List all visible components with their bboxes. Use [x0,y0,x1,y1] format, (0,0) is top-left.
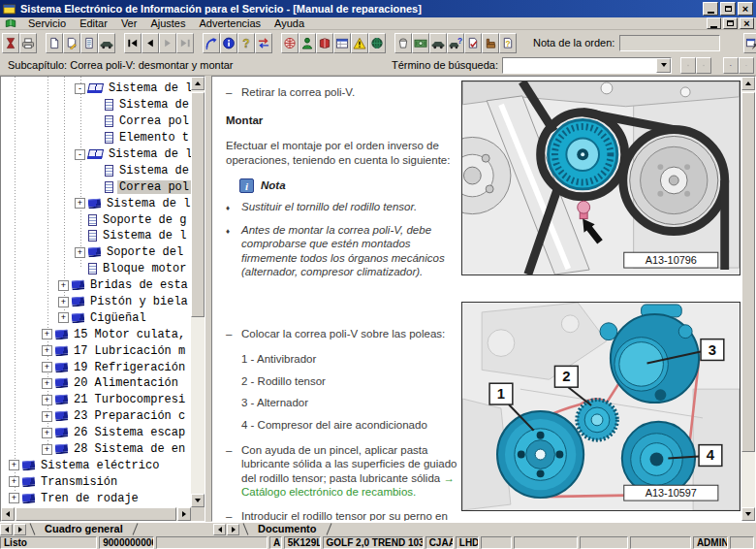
tree-expand-toggle[interactable]: + [42,329,52,339]
tree-item-label[interactable]: Transmisión [39,475,119,489]
tree-expand-toggle[interactable]: + [42,345,52,356]
print-button[interactable] [19,33,37,53]
menu-ajustes[interactable]: Ajustes [143,17,192,29]
tree-item-label[interactable]: Sistema de l [105,197,191,210]
search-button[interactable] [680,57,696,74]
tree-item-label[interactable]: Tren de rodaje [39,492,141,505]
tree-item-label[interactable]: Soporte de g [101,213,188,227]
parts-button[interactable] [281,33,299,53]
tree-expand-toggle[interactable]: + [42,378,52,389]
tree-item[interactable]: +17 Lubricación m [1,342,191,359]
child-close-icon[interactable]: × [740,17,754,29]
bucket-button[interactable] [394,33,412,53]
order-window-button[interactable] [743,33,756,53]
tree-item-label[interactable]: 15 Motor culata, [72,328,187,341]
tree-item-label[interactable]: 19 Refrigeración [72,361,187,374]
menu-ver[interactable]: Ver [114,17,144,29]
tree-horizontal-scrollbar[interactable] [1,507,191,521]
tree-item-label[interactable]: Sistema de l [107,81,191,95]
tree-item-label[interactable]: Elemento t [117,131,191,145]
nav-last-button[interactable] [176,33,194,53]
tree-item[interactable]: +Tren de rodaje [1,490,191,506]
help-button[interactable]: ? [237,33,255,53]
swap-button[interactable] [255,33,272,53]
tree-item-label[interactable]: Sistema de [117,164,191,178]
menu-editar[interactable]: Editar [73,17,114,29]
tree-item[interactable]: +Transmisión [1,473,191,490]
copy-doc-button[interactable] [80,33,98,53]
tree-item-label[interactable]: Sistema de l [101,229,188,242]
tree-item[interactable]: Sistema de [1,97,191,113]
tree-item-label[interactable]: Correa pol [117,180,191,194]
doc-help-button[interactable]: ? [499,33,517,53]
tab-scroll-right-icon[interactable] [227,524,239,535]
document-scrollbar-thumb[interactable] [741,92,755,452]
tree-item[interactable]: -Sistema de l [1,146,191,163]
tree-item[interactable]: +19 Refrigeración [1,359,191,375]
tree-item[interactable]: +Cigüeñal [1,309,191,326]
globe-button[interactable] [368,33,386,53]
tab-scroll-right-icon[interactable] [14,524,26,535]
tree-vertical-scrollbar[interactable] [191,77,205,507]
tree-item[interactable]: +Bridas de esta [1,277,191,294]
tree-expand-toggle[interactable]: + [58,312,69,323]
exit-button[interactable] [2,33,19,53]
tree-item-label[interactable]: 17 Lubricación m [72,344,187,358]
tree-expand-toggle[interactable]: + [75,198,85,209]
tree-expand-toggle[interactable]: + [58,297,69,307]
combo-dropdown-icon[interactable] [656,58,671,73]
scroll-down-icon[interactable] [191,494,205,507]
tree-item[interactable]: Sistema de [1,162,191,178]
user-button[interactable] [299,33,316,53]
tree-item-label[interactable]: 26 Sistema escap [72,426,187,439]
tree-item[interactable]: +20 Alimentación [1,375,191,392]
scroll-down-icon[interactable] [741,507,755,521]
tree-item[interactable]: +15 Motor culata, [1,326,191,342]
tree-item-label[interactable]: 23 Preparación c [72,409,187,423]
tree-item[interactable]: Soporte de g [1,211,191,228]
tree-item[interactable]: Correa pol [1,113,191,130]
tree-item-label[interactable]: Bloque motor [101,262,188,275]
car2-button[interactable] [429,33,447,53]
tree-item[interactable]: +26 Sistema escap [1,425,191,441]
tree-item-label[interactable]: Soporte del [105,245,185,259]
new-doc-button[interactable] [46,33,63,53]
table-button[interactable] [333,33,351,53]
tab-cuadro-general[interactable]: Cuadro general [37,523,131,535]
tree-expand-toggle[interactable]: + [9,493,19,503]
jump-back-button[interactable]: Z [739,57,754,74]
car-help-button[interactable]: ? [447,33,464,53]
search-term-value[interactable] [503,58,656,73]
tree-item-label[interactable]: 20 Alimentación [72,376,180,390]
nav-prev-button[interactable] [142,33,159,53]
tree-item[interactable]: Correa pol [1,178,191,195]
tree-item-label[interactable]: Correa pol [117,114,191,128]
scroll-left-icon[interactable] [1,507,15,521]
close-icon[interactable]: × [738,2,753,16]
tree-expand-toggle[interactable]: + [42,428,52,438]
search-term-combobox[interactable] [502,57,672,74]
tree-hscrollbar-thumb[interactable] [16,507,176,521]
search-next-button[interactable] [696,57,711,74]
scroll-up-icon[interactable] [741,77,755,90]
child-restore-icon[interactable] [723,17,738,29]
tree-expand-toggle[interactable]: - [75,149,85,160]
tree-item-label[interactable]: Bridas de esta [88,278,190,292]
edit-doc-button[interactable] [63,33,80,53]
tree-item-label[interactable]: 21 Turbocompresi [72,393,187,406]
tree-item[interactable]: Bloque motor [1,261,191,277]
restore-icon[interactable] [720,2,736,16]
doc-check-button[interactable] [464,33,482,53]
tree-item[interactable]: Elemento t [1,130,191,146]
menu-ayuda[interactable]: Ayuda [268,17,311,29]
jump-forward-button[interactable]: Z [723,57,739,74]
menu-advertencias[interactable]: Advertencias [192,17,268,29]
tree-item[interactable]: +28 Sistema de en [1,441,191,458]
tab-scroll-left-icon[interactable] [0,524,13,535]
nav-next-button[interactable] [159,33,176,53]
tab-documento[interactable]: Documento [250,523,325,535]
car-button[interactable] [98,33,115,53]
minimize-icon[interactable] [703,2,718,16]
tree-item[interactable]: +Sistema eléctrico [1,457,191,473]
child-minimize-icon[interactable] [707,17,721,29]
